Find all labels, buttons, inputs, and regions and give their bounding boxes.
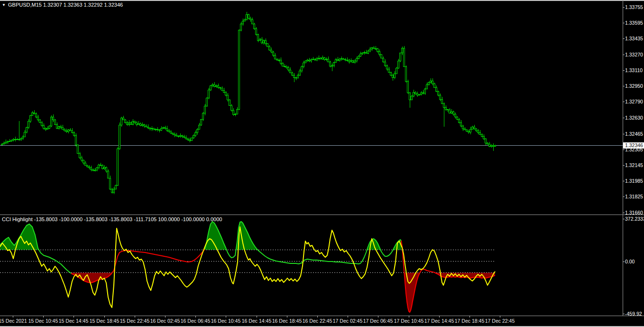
chart-dropdown-arrow-icon[interactable]: ▼ — [2, 3, 6, 8]
time-tick — [348, 316, 348, 318]
current-price-label: 1.32346 — [623, 142, 644, 149]
price-tick — [623, 7, 625, 8]
price-tick — [623, 86, 625, 86]
price-tick-label: 1.32145 — [625, 162, 643, 168]
time-tick — [287, 316, 287, 318]
price-tick — [623, 165, 625, 166]
time-tick — [469, 316, 470, 318]
price-tick — [623, 70, 625, 71]
price-tick — [623, 102, 625, 102]
price-tick-label: 1.32465 — [625, 131, 643, 137]
price-axis-separator — [623, 0, 623, 316]
price-tick-label: 1.32790 — [625, 99, 643, 104]
time-tick — [195, 316, 196, 318]
time-axis-separator — [0, 316, 644, 316]
indicator-tick — [623, 314, 625, 314]
price-tick-label: 1.31825 — [625, 194, 643, 199]
indicator-tick — [623, 262, 625, 262]
price-tick — [623, 213, 625, 213]
time-tick — [165, 316, 166, 318]
time-tick — [378, 316, 378, 318]
time-tick — [439, 316, 440, 318]
time-tick — [257, 316, 257, 318]
price-tick-label: 1.31985 — [625, 178, 643, 184]
price-tick — [623, 118, 625, 118]
price-tick — [623, 55, 625, 55]
price-tick — [623, 23, 625, 23]
time-tick — [409, 316, 409, 318]
indicator-tick-label: 0.00 — [625, 259, 635, 264]
price-tick-label: 1.31660 — [625, 210, 643, 215]
time-tick — [317, 316, 318, 318]
time-tick — [74, 316, 74, 318]
chart-canvas[interactable] — [0, 0, 644, 327]
time-tick — [104, 316, 105, 318]
ohlc-values-label: 1.32307 1.32363 1.32292 1.32346 — [43, 2, 123, 8]
indicator-header: CCI Highlight -135.8003 -100.0000 -135.8… — [2, 216, 222, 223]
price-tick — [623, 38, 625, 39]
subwindow-separator[interactable] — [0, 215, 644, 215]
price-tick-label: 1.33595 — [625, 20, 643, 26]
time-tick — [13, 316, 13, 318]
price-tick-label: 1.33110 — [625, 67, 643, 73]
symbol-period-label: GBPUSD,M15 — [8, 2, 42, 8]
indicator-tick-label: 372.2333 — [625, 216, 644, 222]
price-tick-label: 1.32630 — [625, 115, 643, 121]
price-tick — [623, 196, 625, 197]
time-tick — [135, 316, 135, 318]
price-tick — [623, 134, 625, 134]
symbol-header: GBPUSD,M15 1.32307 1.32363 1.32292 1.323… — [8, 2, 123, 8]
price-tick — [623, 181, 625, 181]
price-tick-label: 1.32950 — [625, 83, 643, 89]
indicator-tick-label: -459.92 — [625, 311, 642, 317]
time-tick — [226, 316, 226, 318]
price-tick-label: 1.33435 — [625, 36, 643, 41]
indicator-tick — [623, 219, 625, 219]
time-tick — [500, 316, 500, 318]
price-tick-label: 1.33755 — [625, 4, 643, 10]
time-tick-label: 17 Dec 22:45 — [480, 318, 520, 324]
time-tick — [43, 316, 44, 318]
mt4-chart-window: ▼ GBPUSD,M15 1.32307 1.32363 1.32292 1.3… — [0, 0, 644, 327]
price-tick-label: 1.33270 — [625, 52, 643, 57]
price-tick — [623, 149, 625, 150]
